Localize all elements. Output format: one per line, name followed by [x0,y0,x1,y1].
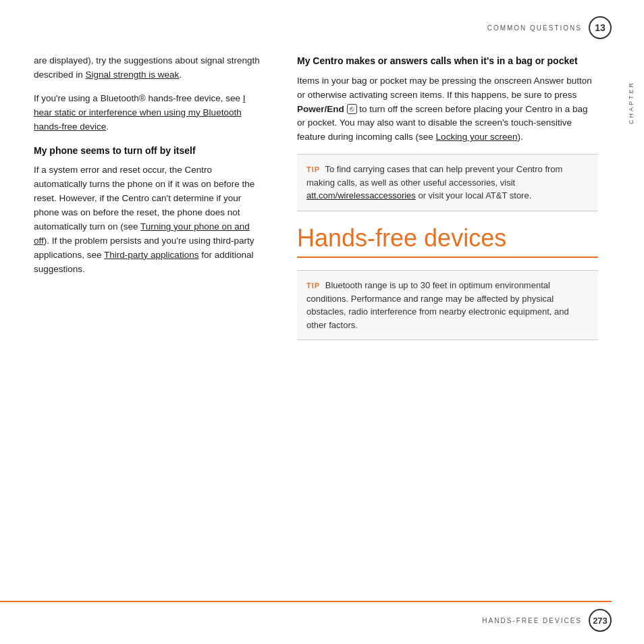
tip1-text: To find carrying cases that can help pre… [306,164,562,188]
signal-strength-link[interactable]: Signal strength is weak [86,70,180,80]
third-party-link[interactable]: Third-party applications [104,250,198,260]
section1-body: If a system error and reset occur, the C… [34,163,263,276]
tip-box-2: TIP Bluetooth range is up to 30 feet in … [297,270,598,340]
section-label: COMMON QUESTIONS [487,24,582,32]
page-number: 273 [593,616,608,626]
left-column: are displayed), try the suggestions abou… [0,54,284,603]
para2-start: If you're using a Bluetooth® hands-free … [34,93,243,103]
tip1-end: or visit your local AT&T store. [416,190,531,200]
para2-end: . [106,122,109,132]
section2-heading: My Centro makes or answers calls when it… [297,54,598,69]
s2-body1: Items in your bag or pocket may be press… [297,76,592,100]
chapter-badge: 13 [589,16,612,39]
top-header: COMMON QUESTIONS 13 [487,16,612,39]
right-column: My Centro makes or answers calls when it… [284,54,612,603]
para-signal-strength: are displayed), try the suggestions abou… [34,54,263,82]
chapter-number: 13 [595,22,606,33]
bottom-footer: HANDS-FREE DEVICES 273 [0,601,612,632]
page-container: COMMON QUESTIONS 13 CHAPTER are displaye… [0,0,644,644]
att-link[interactable]: att.com/wirelessaccessories [306,190,416,200]
s2-end: ). [517,132,522,142]
locking-screen-link[interactable]: Locking your screen [436,132,518,142]
chapter-side-label: CHAPTER [628,81,635,124]
para1-end: . [179,70,182,80]
power-end-icon: ⎋ [347,104,357,114]
tip2-text: Bluetooth range is up to 30 feet in opti… [306,280,569,330]
page-badge: 273 [589,609,612,632]
section-title-container: Hands-free devices [297,225,598,259]
tip2-label: TIP [306,281,320,290]
tip-box-1: TIP To find carrying cases that can help… [297,154,598,211]
para-bluetooth: If you're using a Bluetooth® hands-free … [34,92,263,134]
section2-body: Items in your bag or pocket may be press… [297,74,598,145]
section-title-large: Hands-free devices [297,225,598,252]
content-area: are displayed), try the suggestions abou… [0,54,612,603]
footer-label: HANDS-FREE DEVICES [482,617,582,624]
power-end-bold: Power/End [297,104,344,114]
tip1-label: TIP [306,165,320,173]
section1-heading: My phone seems to turn off by itself [34,144,263,159]
